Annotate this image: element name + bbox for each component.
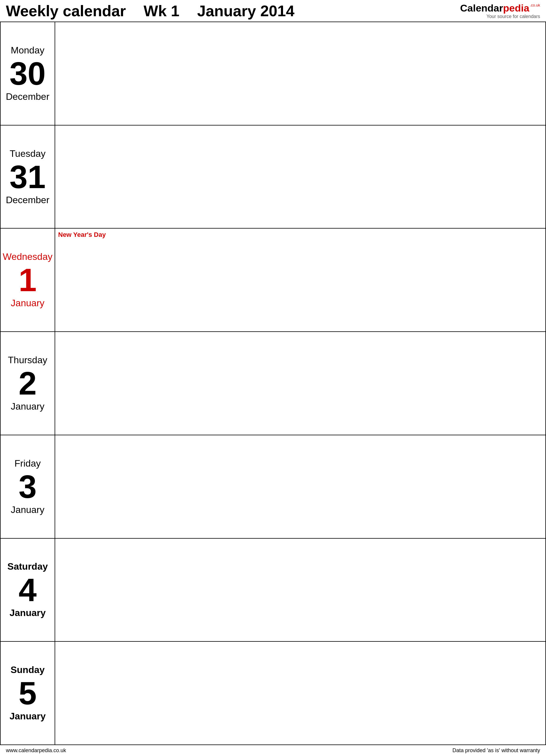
day-content-friday[interactable] <box>55 435 545 538</box>
day-row-friday: Friday3January <box>1 435 545 539</box>
day-row-sunday: Sunday5January <box>1 642 545 745</box>
day-row-thursday: Thursday2January <box>1 332 545 435</box>
header: Weekly calendar Wk 1 January 2014 Calend… <box>0 0 546 22</box>
day-content-monday[interactable] <box>55 22 545 125</box>
day-label-monday: Monday30December <box>1 22 55 125</box>
day-label-saturday: Saturday4January <box>1 539 55 641</box>
day-name: Wednesday <box>3 251 52 262</box>
day-label-friday: Friday3January <box>1 435 55 538</box>
day-content-saturday[interactable] <box>55 539 545 641</box>
day-label-wednesday: Wednesday1January <box>1 229 55 331</box>
day-name: Tuesday <box>10 148 46 159</box>
day-name: Monday <box>11 45 45 56</box>
day-number: 3 <box>19 470 37 503</box>
day-content-wednesday[interactable]: New Year's Day <box>55 229 545 331</box>
footer-url: www.calendarpedia.co.uk <box>6 747 66 754</box>
header-month-year: January 2014 <box>197 2 294 20</box>
day-row-saturday: Saturday4January <box>1 539 545 642</box>
logo: Calendarpedia.co.uk Your source for cale… <box>460 2 540 19</box>
day-month: January <box>11 504 45 515</box>
logo-couk: .co.uk <box>530 3 540 7</box>
day-number: 31 <box>9 161 45 193</box>
day-number: 30 <box>9 57 45 90</box>
day-month: January <box>11 401 45 412</box>
day-row-wednesday: Wednesday1JanuaryNew Year's Day <box>1 229 545 332</box>
day-row-tuesday: Tuesday31December <box>1 126 545 229</box>
header-title: Weekly calendar <box>6 2 126 20</box>
day-number: 1 <box>19 264 37 296</box>
day-label-thursday: Thursday2January <box>1 332 55 435</box>
day-content-thursday[interactable] <box>55 332 545 435</box>
day-content-tuesday[interactable] <box>55 126 545 228</box>
footer-disclaimer: Data provided 'as is' without warranty <box>452 747 540 754</box>
day-label-tuesday: Tuesday31December <box>1 126 55 228</box>
day-content-sunday[interactable] <box>55 642 545 744</box>
day-name: Friday <box>14 458 41 469</box>
day-name: Sunday <box>11 664 45 675</box>
header-week: Wk 1 <box>144 2 180 20</box>
logo-tagline: Your source for calendars <box>486 14 540 19</box>
day-month: January <box>9 607 46 618</box>
calendar-body: Monday30DecemberTuesday31DecemberWednesd… <box>0 22 546 745</box>
day-month: December <box>6 195 50 206</box>
day-row-monday: Monday30December <box>1 22 545 126</box>
day-label-sunday: Sunday5January <box>1 642 55 744</box>
logo-part1: Calendar <box>460 2 503 14</box>
holiday-label: New Year's Day <box>58 231 106 239</box>
footer: www.calendarpedia.co.uk Data provided 'a… <box>0 745 546 756</box>
day-month: December <box>6 91 50 102</box>
day-name: Thursday <box>8 355 47 366</box>
day-name: Saturday <box>7 561 48 572</box>
day-number: 5 <box>19 677 37 709</box>
day-month: January <box>9 711 46 722</box>
day-month: January <box>11 298 45 309</box>
logo-part2: pedia <box>503 2 529 14</box>
day-number: 2 <box>19 367 37 400</box>
day-number: 4 <box>19 573 37 606</box>
